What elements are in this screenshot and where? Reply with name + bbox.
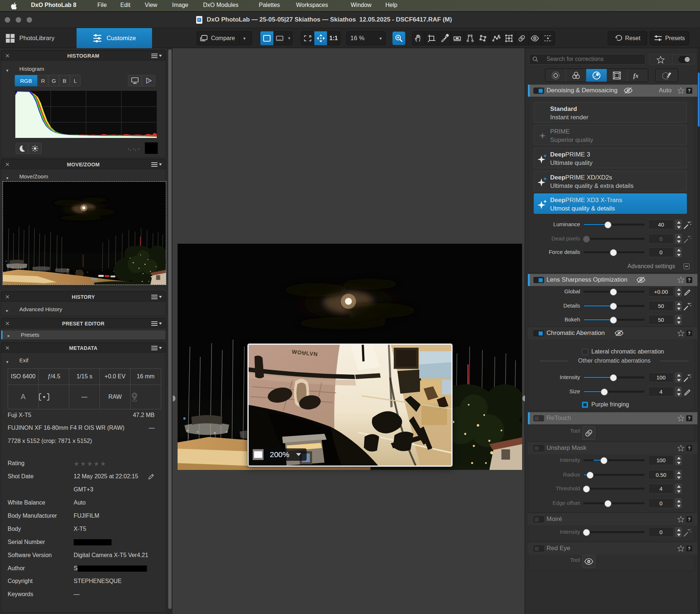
svg-text:fx: fx (633, 72, 639, 79)
